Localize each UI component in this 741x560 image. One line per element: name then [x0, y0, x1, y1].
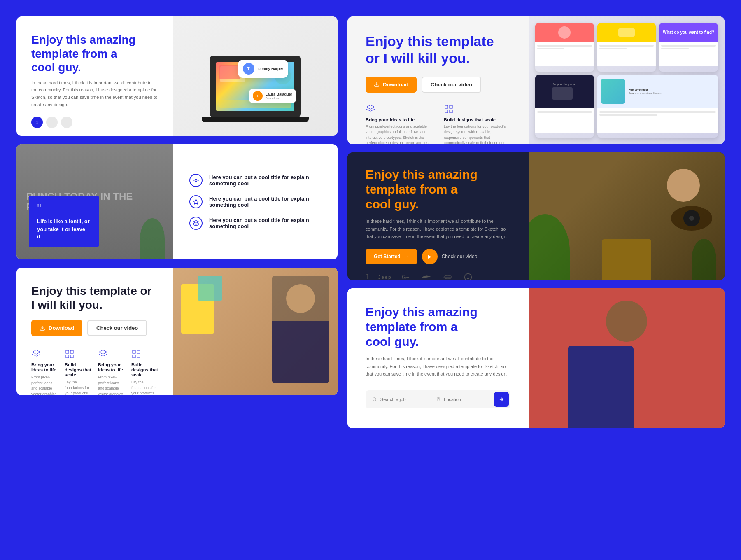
mini-icon-3	[98, 348, 110, 360]
dot-1[interactable]: 1	[31, 117, 43, 128]
card2-photo-area: PUNCH TODAY IN THE FACE. " Life is like …	[16, 144, 173, 259]
left-column: Enjoy this amazing template from a cool …	[16, 16, 338, 395]
r1-feat-icon-2	[444, 104, 455, 116]
card-r1-visual: What do you want to find? Keep smiling, …	[529, 16, 725, 144]
video-button-card3[interactable]: Check our video	[87, 320, 147, 336]
svg-rect-15	[445, 110, 448, 113]
person-photo-r2	[529, 152, 725, 280]
card-r1-content: Enjoy this template or I will kill you. …	[347, 16, 529, 144]
laptop-base	[202, 117, 309, 122]
video-label: Check our video	[442, 254, 478, 259]
jeep-logo: Jeep	[378, 275, 392, 280]
card-r1-kill-you: Enjoy this template or I will kill you. …	[347, 16, 725, 144]
mini-feature-desc-1: From pixel-perfect icons and scalable ve…	[31, 375, 58, 395]
card3-features-grid: Bring your ideas to life From pixel-perf…	[31, 348, 158, 395]
person-body-block	[272, 321, 329, 383]
nike-logo	[419, 274, 432, 280]
card-r2-dark: Enjoy this amazing template from a cool …	[347, 152, 725, 280]
p-line-2	[599, 45, 654, 47]
card3-title: Enjoy this template or I will kill you.	[31, 284, 158, 312]
phone-5: Fuerteventura Know more about our Societ…	[597, 75, 718, 138]
github-logo	[464, 273, 472, 280]
phone-text-5b: Know more about our Society.	[629, 92, 662, 94]
phone-4: Keep smiling, you...	[535, 75, 594, 138]
mini-feature-4: Build designs that scale Lay the foundat…	[131, 348, 158, 395]
dot-2[interactable]	[46, 117, 58, 128]
card1-title: Enjoy this amazing template from a cool …	[31, 33, 158, 75]
phone-content-5	[597, 108, 718, 133]
download-button-r1[interactable]: Download	[366, 77, 417, 93]
phones-grid: What do you want to find? Keep smiling, …	[529, 16, 725, 144]
card3-content: Enjoy this template or I will kill you. …	[16, 268, 173, 395]
phone-top-5: Fuerteventura Know more about our Societ…	[597, 75, 718, 108]
p-line-4	[537, 111, 592, 113]
right-column: Enjoy this template or I will kill you. …	[347, 16, 725, 428]
search-bar[interactable]	[366, 390, 510, 408]
feature-item-2: Here you can put a cool title for explai…	[189, 195, 321, 208]
phone-top-1	[535, 23, 594, 42]
phone-2	[597, 23, 656, 72]
feature-title-2: Here you can put a cool title for explai…	[209, 196, 321, 208]
phone-content-4	[535, 108, 594, 133]
get-started-button[interactable]: Get Started →	[366, 249, 417, 264]
svg-marker-1	[193, 199, 198, 204]
r1-feat-title-1: Bring your ideas to life	[366, 117, 431, 122]
play-button[interactable]: ▶	[422, 249, 438, 264]
r1-feat-desc-1: From pixel-perfect icons and scalable ve…	[366, 124, 431, 144]
r1-feat-desc-2: Lay the foundations for your product's d…	[444, 124, 510, 144]
svg-rect-8	[137, 350, 140, 353]
feature-text-3: Here you can put a cool title for explai…	[209, 217, 321, 229]
phone-img-4	[552, 87, 573, 100]
avatar-tammy: T	[243, 63, 254, 75]
svg-rect-6	[66, 355, 69, 358]
profile-bubble-tammy: T Tammy Harper	[238, 60, 288, 78]
quote-text: Life is like a lentil, or you take it or…	[37, 218, 91, 240]
laura-location: Barcelona	[265, 96, 292, 100]
download-button-card3[interactable]: Download	[31, 320, 82, 336]
p-line-5	[599, 111, 716, 113]
search-icon	[372, 397, 377, 402]
mini-feature-title-2: Build designs that scale	[65, 362, 91, 377]
card-r2-visual	[529, 152, 725, 280]
search-input[interactable]	[380, 397, 426, 402]
card-cool-guy-top: Enjoy this amazing template from a cool …	[16, 16, 338, 136]
card-r3-visual	[529, 288, 725, 428]
svg-point-20	[438, 398, 438, 399]
dot-3[interactable]	[61, 117, 72, 128]
record-hole	[689, 216, 694, 221]
search-submit-button[interactable]	[494, 392, 509, 407]
video-button-r1[interactable]: Check our video	[422, 77, 481, 93]
phone-content-1	[535, 42, 594, 66]
phone-3: What do you want to find?	[659, 23, 718, 72]
feature-item-1: Here you can put a cool title for explai…	[189, 174, 321, 187]
avatar-laura: L	[253, 91, 263, 101]
arrow-right-icon	[499, 397, 504, 402]
phone-label-4: Keep smiling, you...	[552, 83, 577, 86]
quote-mark: "	[37, 202, 91, 215]
r1-feat-icon-1	[366, 104, 377, 116]
svg-rect-9	[137, 355, 140, 358]
card-r1-features: Bring your ideas to life From pixel-perf…	[366, 104, 510, 144]
record-player	[671, 206, 712, 231]
phone-img-2	[618, 28, 635, 37]
feature-icon-3	[189, 217, 203, 230]
card1-visual: T Tammy Harper L Laura Balaguer Barcelon…	[173, 16, 338, 136]
google-plus-logo: G+	[402, 274, 410, 280]
card2-background: PUNCH TODAY IN THE FACE. " Life is like …	[16, 144, 173, 259]
p-line-s-5	[599, 114, 658, 116]
feature-icon-2	[189, 195, 203, 208]
mini-feature-2: Build designs that scale Lay the foundat…	[65, 348, 91, 395]
mini-feature-title-4: Build designs that scale	[131, 362, 158, 377]
card-r3-description: In these hard times, I think it is impor…	[366, 355, 510, 378]
profile-bubble-laura: L Laura Balaguer Barcelona	[249, 89, 296, 103]
person-body-r2	[602, 239, 651, 280]
card2-features: Here you can put a cool title for explai…	[173, 144, 338, 259]
location-input[interactable]	[444, 397, 489, 402]
svg-point-19	[373, 398, 376, 401]
mini-icon-1	[31, 348, 43, 360]
p-line-s	[537, 48, 564, 49]
mini-feature-desc-4: Lay the foundations for your product's d…	[131, 380, 158, 395]
person-figure-area	[272, 276, 329, 383]
p-line-3	[661, 45, 716, 47]
svg-rect-13	[450, 105, 452, 108]
